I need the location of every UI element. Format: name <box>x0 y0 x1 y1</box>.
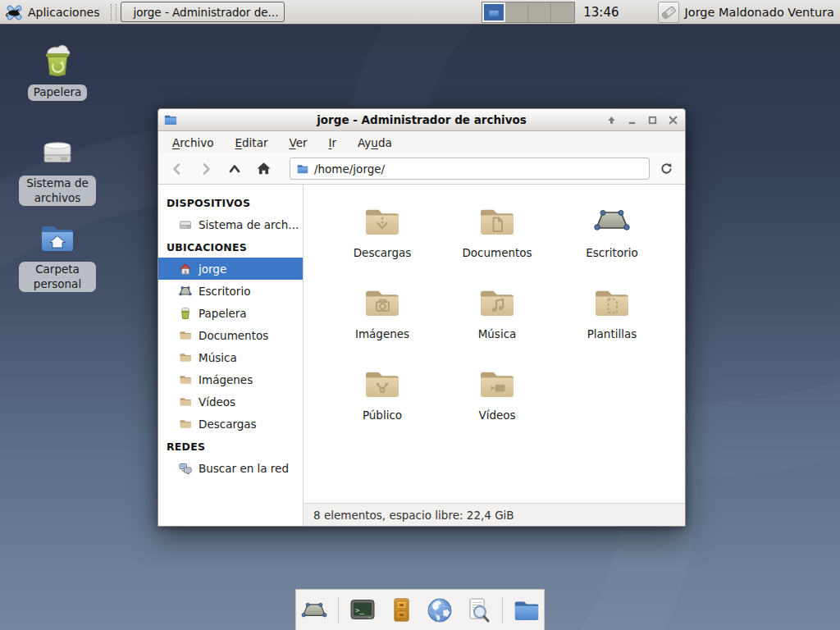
workspace-2[interactable] <box>505 2 528 22</box>
path-entry[interactable]: /home/jorge/ <box>290 158 650 180</box>
file-imagenes[interactable]: Imágenes <box>325 282 440 363</box>
workspace-4[interactable] <box>551 2 574 22</box>
maximize-button[interactable] <box>645 112 660 127</box>
sidebar-item-label: Buscar en la red <box>199 462 289 475</box>
file-manager-window-icon <box>127 6 128 19</box>
menu-ir[interactable]: Ir <box>318 133 348 153</box>
file-manager-launcher[interactable] <box>512 596 541 625</box>
user-actions-button[interactable]: Jorge Maldonado Ventura <box>655 1 837 24</box>
file-publico[interactable]: Público <box>325 363 440 445</box>
web-browser-launcher[interactable] <box>425 596 454 625</box>
sidebar-item-documentos[interactable]: Documentos <box>158 324 303 346</box>
desktop-icon-label: Sistema de archivos <box>19 176 96 206</box>
menu-ver[interactable]: Ver <box>278 133 317 153</box>
desktop-icon-sistema-de-archivos[interactable]: Sistema de archivos <box>18 132 97 206</box>
desktop-icon <box>592 201 632 240</box>
desktop-icon-label: Papelera <box>28 84 88 101</box>
sidebar-item-label: Música <box>199 351 237 364</box>
forward-icon <box>199 162 213 176</box>
file-cabinet-launcher[interactable] <box>386 596 416 625</box>
sidebar-item-label: Sistema de arch... <box>199 218 299 231</box>
file-documentos[interactable]: Documentos <box>440 201 555 282</box>
sidebar-item-musica[interactable]: Música <box>158 346 303 368</box>
file-name: Descargas <box>354 246 412 259</box>
sidebar-item-label: Vídeos <box>199 395 235 409</box>
sidebar-item-jorge[interactable]: jorge <box>158 258 303 280</box>
sidebar-item-escritorio[interactable]: Escritorio <box>158 280 303 302</box>
desktop-icon <box>179 285 192 298</box>
folder-icon <box>179 418 192 431</box>
reload-button[interactable] <box>654 158 678 180</box>
menu-editar[interactable]: Editar <box>224 133 278 153</box>
terminal-icon <box>349 596 377 624</box>
up-button[interactable] <box>222 158 247 180</box>
home-icon <box>179 262 192 276</box>
shade-icon <box>606 115 617 126</box>
file-descargas[interactable]: Descargas <box>325 201 440 282</box>
back-icon <box>170 162 185 176</box>
desktop-icon-label: Carpeta personal <box>19 262 96 292</box>
terminal-launcher[interactable] <box>348 596 377 625</box>
menu-archivo[interactable]: Archivo <box>162 133 224 153</box>
taskbar-window-button[interactable]: jorge - Administrador de... <box>121 2 285 22</box>
back-button[interactable] <box>165 158 189 180</box>
search-files-launcher[interactable] <box>463 596 493 625</box>
sidebar-item-label: Imágenes <box>199 373 253 386</box>
desktop-icon-carpeta-personal[interactable]: Carpeta personal <box>18 218 97 292</box>
desktop-root: Aplicaciones jorge - Administrador de...… <box>0 0 840 630</box>
window-titlebar[interactable]: jorge - Administrador de archivos <box>158 109 685 131</box>
path-text: /home/jorge/ <box>314 162 385 176</box>
workspace-switcher <box>482 2 575 23</box>
bottom-dock <box>295 589 545 630</box>
file-name: Música <box>478 327 517 340</box>
sidebar-item-papelera[interactable]: Papelera <box>158 302 303 324</box>
network-icon <box>179 462 192 475</box>
file-name: Público <box>363 409 402 422</box>
shade-button[interactable] <box>604 112 619 127</box>
folder-icon <box>179 351 192 364</box>
clock: 13:46 <box>583 5 619 20</box>
file-musica[interactable]: Música <box>440 282 555 363</box>
sidebar-item-buscar-en-la-red[interactable]: Buscar en la red <box>158 457 303 479</box>
menubar: Archivo Editar Ver Ir Ayuda <box>158 131 685 153</box>
file-escritorio[interactable]: Escritorio <box>555 201 669 282</box>
file-manager-window: jorge - Administrador de archivos Archiv… <box>158 108 686 527</box>
file-name: Imágenes <box>355 327 409 340</box>
tasklist-grip[interactable] <box>111 4 116 21</box>
forward-button[interactable] <box>194 158 218 180</box>
sidebar-header-devices: DISPOSITIVOS <box>158 191 303 213</box>
workspace-3[interactable] <box>528 2 551 22</box>
sidebar-item-label: Documentos <box>199 329 268 342</box>
folder-public-icon <box>363 363 402 403</box>
sidebar-item-imagenes[interactable]: Imágenes <box>158 368 303 390</box>
minimize-button[interactable] <box>624 112 639 127</box>
sidebar-item-videos[interactable]: Vídeos <box>158 390 303 413</box>
file-plantillas[interactable]: Plantillas <box>555 282 669 363</box>
statusbar-text: 8 elementos, espacio libre: 22,4 GiB <box>313 509 514 522</box>
folder-music-icon <box>477 282 517 322</box>
workspace-1[interactable] <box>482 2 505 22</box>
sidebar-item-label: Escritorio <box>199 285 250 298</box>
file-grid[interactable]: Descargas Documentos Escritorio <box>304 185 685 503</box>
folder-images-icon <box>363 282 402 322</box>
applications-menu-button[interactable]: Aplicaciones <box>3 1 104 23</box>
home-button[interactable] <box>251 158 276 180</box>
file-name: Plantillas <box>587 327 637 340</box>
sidebar-item-sistema-de-archivos[interactable]: Sistema de arch... <box>158 213 303 235</box>
up-icon <box>227 162 242 176</box>
show-desktop-button[interactable] <box>299 596 329 625</box>
toolbar: /home/jorge/ <box>158 153 685 185</box>
sidebar-item-descargas[interactable]: Descargas <box>158 413 303 435</box>
desktop-icon-papelera[interactable]: Papelera <box>18 41 97 101</box>
show-desktop-icon <box>300 596 328 624</box>
sidebar-item-label: jorge <box>199 262 226 276</box>
xfce-logo-icon <box>5 2 24 21</box>
menu-ayuda[interactable]: Ayuda <box>347 133 403 153</box>
file-view: Descargas Documentos Escritorio <box>304 185 685 526</box>
sidebar-header-network: REDES <box>158 435 303 457</box>
close-button[interactable] <box>665 112 680 127</box>
home-icon <box>256 161 272 176</box>
reload-icon <box>660 162 673 176</box>
file-cabinet-icon <box>387 596 415 624</box>
file-videos[interactable]: Vídeos <box>440 363 555 445</box>
